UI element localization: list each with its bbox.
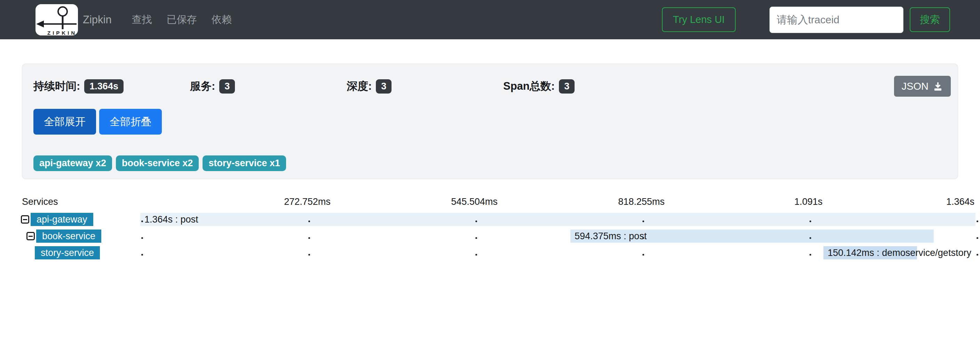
zipkin-pin-icon: ZIPKIN bbox=[35, 4, 78, 35]
brand-title[interactable]: Zipkin bbox=[83, 14, 112, 26]
collapse-toggle-api-gateway[interactable] bbox=[21, 215, 29, 224]
stat-depth: 深度: 3 bbox=[347, 79, 503, 94]
services-column-header: Services bbox=[22, 194, 58, 209]
timeline-header: Services 272.752ms 545.504ms 818.255ms 1… bbox=[0, 194, 980, 209]
time-tick-3: 818.255ms bbox=[618, 194, 665, 209]
trace-stats-row: 持续时间: 1.364s 服务: 3 深度: 3 Span总数: 3 bbox=[33, 76, 660, 97]
timeline-dot bbox=[810, 221, 811, 222]
nav-link-dependencies[interactable]: 依赖 bbox=[212, 13, 232, 27]
timeline-dot bbox=[476, 221, 477, 222]
span-bar-book-service[interactable]: 594.375ms : post bbox=[570, 230, 934, 243]
stat-services-label: 服务: bbox=[190, 79, 215, 94]
timeline-dot bbox=[476, 237, 477, 239]
timeline-dot bbox=[141, 237, 143, 239]
timeline-dot bbox=[643, 221, 644, 222]
expand-all-button[interactable]: 全部展开 bbox=[33, 109, 96, 135]
stat-services: 服务: 3 bbox=[190, 79, 347, 94]
time-tick-4: 1.091s bbox=[794, 194, 822, 209]
timeline-dot bbox=[308, 221, 310, 222]
zipkin-trace-page: ZIPKIN Zipkin 查找 已保存 依赖 Try Lens UI 搜索 持… bbox=[0, 0, 980, 338]
stat-depth-label: 深度: bbox=[347, 79, 372, 94]
trace-row-story-service: 150.142ms : demoservice/getstory story-s… bbox=[0, 245, 980, 262]
service-name-book-service[interactable]: book-service bbox=[36, 230, 101, 243]
svg-text:ZIPKIN: ZIPKIN bbox=[47, 30, 77, 35]
timeline-dot bbox=[308, 254, 310, 255]
stat-depth-value: 3 bbox=[376, 79, 391, 94]
trace-row-api-gateway: 1.364s : post api-gateway bbox=[0, 211, 980, 228]
collapse-toggle-book-service[interactable] bbox=[27, 232, 35, 240]
timeline-rows: 1.364s : post api-gateway 594.375ms : po… bbox=[0, 211, 980, 262]
span-bar-api-gateway[interactable]: 1.364s : post bbox=[140, 213, 975, 226]
timeline-dot bbox=[643, 254, 644, 255]
timeline-dot bbox=[476, 254, 477, 255]
trace-summary-panel: 持续时间: 1.364s 服务: 3 深度: 3 Span总数: 3 JSON bbox=[22, 63, 958, 179]
json-download-button[interactable]: JSON bbox=[894, 76, 951, 97]
navbar: ZIPKIN Zipkin 查找 已保存 依赖 Try Lens UI 搜索 bbox=[0, 0, 980, 39]
service-badge-book-service[interactable]: book-service x2 bbox=[116, 156, 199, 171]
timeline-dot bbox=[977, 237, 978, 239]
stat-duration-value: 1.364s bbox=[84, 79, 124, 94]
service-badges-row: api-gateway x2 book-service x2 story-ser… bbox=[33, 156, 286, 171]
collapse-all-button[interactable]: 全部折叠 bbox=[99, 109, 162, 135]
timeline-dot bbox=[308, 237, 310, 239]
try-lens-ui-button[interactable]: Try Lens UI bbox=[662, 7, 736, 32]
stat-duration: 持续时间: 1.364s bbox=[33, 79, 190, 94]
service-name-story-service[interactable]: story-service bbox=[35, 246, 100, 259]
timeline-dot bbox=[810, 237, 811, 239]
json-download-label: JSON bbox=[902, 81, 929, 92]
zipkin-logo[interactable]: ZIPKIN bbox=[35, 4, 78, 35]
service-name-api-gateway[interactable]: api-gateway bbox=[30, 213, 93, 226]
span-bar-story-service[interactable]: 150.142ms : demoservice/getstory bbox=[823, 246, 917, 259]
timeline-dot bbox=[643, 237, 644, 239]
stat-duration-label: 持续时间: bbox=[33, 79, 80, 94]
time-tick-2: 545.504ms bbox=[451, 194, 498, 209]
stat-total-spans: Span总数: 3 bbox=[503, 79, 660, 94]
time-tick-1: 272.752ms bbox=[284, 194, 331, 209]
download-icon bbox=[933, 81, 943, 92]
trace-row-book-service: 594.375ms : post book-service bbox=[0, 228, 980, 245]
timeline-dot bbox=[141, 221, 143, 222]
timeline-dot bbox=[977, 221, 978, 222]
service-badge-api-gateway[interactable]: api-gateway x2 bbox=[33, 156, 112, 171]
nav-link-find[interactable]: 查找 bbox=[132, 13, 152, 27]
nav-link-saved[interactable]: 已保存 bbox=[167, 13, 197, 27]
timeline-dot bbox=[977, 254, 978, 255]
traceid-search-input[interactable] bbox=[770, 6, 904, 33]
timeline-dot bbox=[810, 254, 811, 255]
stat-total-spans-value: 3 bbox=[559, 79, 574, 94]
time-tick-5: 1.364s bbox=[946, 194, 974, 209]
stat-services-value: 3 bbox=[219, 79, 235, 94]
timeline-dot bbox=[141, 254, 143, 255]
service-badge-story-service[interactable]: story-service x1 bbox=[202, 156, 286, 171]
stat-total-spans-label: Span总数: bbox=[503, 79, 555, 94]
expand-collapse-buttons: 全部展开 全部折叠 bbox=[33, 109, 162, 135]
search-button[interactable]: 搜索 bbox=[910, 7, 950, 32]
